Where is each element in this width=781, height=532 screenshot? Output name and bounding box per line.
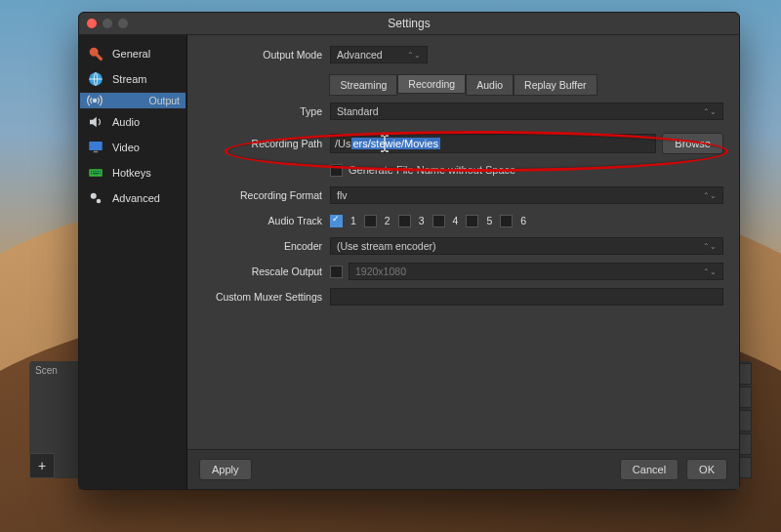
sidebar-item-label: General (112, 48, 150, 60)
recording-format-label: Recording Format (203, 189, 330, 201)
output-mode-value: Advanced (337, 49, 383, 61)
rescale-output-checkbox[interactable] (330, 266, 343, 278)
sidebar-item-output[interactable]: Output (79, 92, 186, 109)
path-prefix: /Us (335, 138, 351, 149)
titlebar: Settings (79, 13, 739, 35)
rescale-output-select: 1920x1080 ⌃⌄ (349, 263, 723, 280)
sidebar-item-label: Stream (112, 73, 146, 85)
sidebar-item-advanced[interactable]: Advanced (79, 185, 186, 211)
gears-icon (87, 189, 104, 207)
browse-button[interactable]: Browse (662, 133, 723, 154)
chevron-updown-icon: ⌃⌄ (703, 267, 717, 276)
type-label: Type (203, 105, 330, 117)
dialog-footer: Apply Cancel OK (187, 449, 739, 489)
keyboard-icon (87, 164, 104, 182)
recording-type-value: Standard (337, 105, 379, 117)
svg-point-1 (93, 99, 98, 103)
window-title: Settings (79, 17, 739, 30)
custom-muxer-input[interactable] (330, 288, 723, 306)
path-selection: ers/stewie/Movies (351, 138, 440, 149)
encoder-value: (Use stream encoder) (337, 240, 436, 252)
chevron-updown-icon: ⌃⌄ (407, 51, 421, 60)
sidebar-item-stream[interactable]: Stream (79, 66, 186, 92)
chevron-updown-icon: ⌃⌄ (703, 242, 717, 251)
svg-point-14 (97, 199, 102, 204)
recording-path-label: Recording Path (203, 138, 330, 149)
sidebar-item-video[interactable]: Video (79, 135, 186, 160)
generate-filename-label: Generate File Name without Space (349, 164, 515, 176)
tab-audio[interactable]: Audio (466, 74, 514, 96)
scenes-heading: Scen (35, 365, 74, 376)
sidebar-item-label: Output (148, 95, 180, 106)
settings-window: Settings General Stream (78, 12, 740, 490)
audio-track-label: Audio Track (203, 215, 330, 226)
audio-track-group: 1 2 3 4 5 6 (330, 215, 723, 227)
tab-recording[interactable]: Recording (397, 74, 466, 94)
svg-rect-12 (100, 173, 102, 175)
settings-sidebar: General Stream Output (79, 35, 187, 489)
chevron-updown-icon: ⌃⌄ (703, 107, 717, 116)
svg-rect-5 (91, 171, 93, 173)
monitor-icon (87, 139, 104, 156)
broadcast-icon (86, 92, 103, 109)
recording-format-value: flv (337, 189, 348, 201)
chevron-updown-icon: ⌃⌄ (703, 191, 717, 200)
globe-icon (87, 70, 104, 88)
output-mode-label: Output Mode (203, 49, 330, 61)
svg-rect-2 (89, 142, 103, 150)
audio-track-5-label: 5 (486, 215, 492, 226)
sidebar-item-audio[interactable]: Audio (79, 109, 186, 135)
custom-muxer-label: Custom Muxer Settings (203, 291, 330, 303)
cancel-button[interactable]: Cancel (620, 459, 678, 480)
audio-track-6-label: 6 (520, 215, 526, 226)
wrench-icon (87, 45, 104, 62)
audio-track-1-checkbox[interactable] (330, 215, 343, 227)
generate-filename-checkbox[interactable] (330, 164, 343, 177)
audio-track-2-checkbox[interactable] (364, 215, 377, 227)
svg-rect-10 (91, 173, 93, 175)
svg-rect-7 (95, 171, 97, 173)
sidebar-item-label: Video (112, 142, 140, 153)
audio-track-5-checkbox[interactable] (466, 215, 478, 227)
svg-rect-8 (98, 171, 100, 173)
sidebar-item-hotkeys[interactable]: Hotkeys (79, 160, 186, 185)
audio-track-2-label: 2 (385, 215, 390, 226)
tab-streaming[interactable]: Streaming (329, 74, 397, 96)
output-mode-select[interactable]: Advanced ⌃⌄ (330, 46, 428, 63)
recording-format-select[interactable]: flv ⌃⌄ (330, 186, 723, 204)
rescale-placeholder: 1920x1080 (355, 266, 406, 277)
audio-track-3-checkbox[interactable] (398, 215, 411, 227)
apply-button[interactable]: Apply (199, 459, 252, 480)
audio-track-1-label: 1 (350, 215, 356, 226)
rescale-output-label: Rescale Output (203, 266, 330, 277)
audio-track-6-checkbox[interactable] (500, 215, 513, 227)
encoder-label: Encoder (203, 240, 330, 252)
sidebar-item-label: Audio (112, 116, 140, 128)
svg-rect-9 (100, 171, 102, 173)
audio-track-4-label: 4 (453, 215, 459, 226)
svg-point-13 (91, 193, 97, 199)
sidebar-item-general[interactable]: General (79, 41, 186, 66)
add-scene-button[interactable]: + (29, 453, 55, 478)
recording-path-input[interactable]: /Users/stewie/Movies (330, 134, 656, 153)
encoder-select[interactable]: (Use stream encoder) ⌃⌄ (330, 237, 723, 255)
svg-rect-6 (93, 171, 95, 173)
audio-track-3-label: 3 (419, 215, 425, 226)
svg-rect-3 (94, 151, 99, 153)
recording-type-select[interactable]: Standard ⌃⌄ (330, 102, 723, 120)
svg-rect-11 (93, 173, 99, 175)
tab-replay-buffer[interactable]: Replay Buffer (514, 74, 596, 96)
audio-track-4-checkbox[interactable] (432, 215, 445, 227)
speaker-icon (87, 113, 104, 131)
sidebar-item-label: Hotkeys (112, 167, 151, 179)
sidebar-item-label: Advanced (112, 192, 160, 204)
ok-button[interactable]: OK (686, 459, 727, 480)
